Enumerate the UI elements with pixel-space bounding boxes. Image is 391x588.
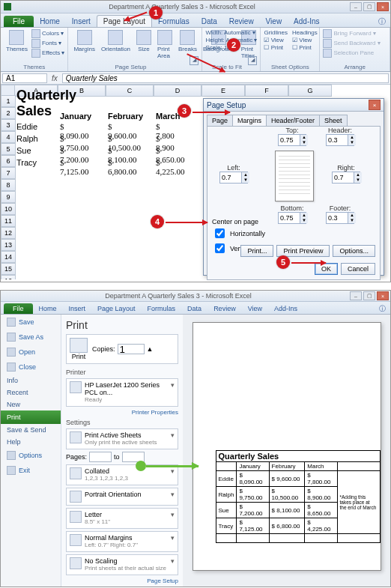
margin-left-spin[interactable]: ▲▼ xyxy=(219,172,248,184)
row-headers[interactable]: 12345678910111213141516 xyxy=(1,95,16,279)
col-header-G[interactable]: G xyxy=(288,85,332,97)
row-header-4[interactable]: 4 xyxy=(1,131,16,143)
margin-bottom-spin[interactable]: ▲▼ xyxy=(278,212,306,224)
maximize-button[interactable]: ▢ xyxy=(363,2,375,11)
opt-print-sheets[interactable]: Print Active SheetsOnly print the active… xyxy=(66,428,178,449)
nav-save-send[interactable]: Save & Send xyxy=(1,424,61,436)
row-header-9[interactable]: 9 xyxy=(1,191,16,203)
nav-new[interactable]: New xyxy=(1,398,61,410)
close-button[interactable]: × xyxy=(377,2,389,11)
headings-view-check[interactable]: ☑ View xyxy=(292,37,318,43)
minimize-button[interactable]: – xyxy=(350,2,362,11)
nav-save[interactable]: Save xyxy=(1,315,61,330)
help-icon[interactable]: ⓘ xyxy=(378,16,386,27)
printer-selector[interactable]: HP LaserJet 1200 Series PCL on...Ready ▾ xyxy=(66,378,178,407)
opt-paper-size[interactable]: Letter8.5" x 11" ▾ xyxy=(66,508,178,529)
nav-help[interactable]: Help xyxy=(1,436,61,448)
margin-header-spin[interactable]: ▲▼ xyxy=(326,134,354,146)
headings-print-check[interactable]: ☐ Print xyxy=(292,44,318,51)
row-header-3[interactable]: 3 xyxy=(1,119,16,131)
dlg-tab-sheet[interactable]: Sheet xyxy=(319,115,348,126)
row-header-7[interactable]: 7 xyxy=(1,167,16,179)
colors-menu[interactable]: Colors ▾ xyxy=(31,29,65,38)
bp-tab-home[interactable]: Home xyxy=(33,303,63,314)
value-cell[interactable]: $ 4,225.00 xyxy=(154,158,187,176)
bp-tab-insert[interactable]: Insert xyxy=(63,303,92,314)
nav-close[interactable]: Close xyxy=(1,360,61,375)
row-header-16[interactable]: 16 xyxy=(1,275,16,279)
value-cell[interactable]: $ 6,800.00 xyxy=(106,158,139,176)
tab-view[interactable]: View xyxy=(260,16,288,27)
bp-minimize[interactable]: – xyxy=(350,291,362,300)
formula-input[interactable]: Quarterly Sales xyxy=(62,73,389,83)
row-header-2[interactable]: 2 xyxy=(1,107,16,119)
copies-spin-up[interactable]: ▲ xyxy=(147,345,154,353)
opt-orientation[interactable]: Portrait Orientation ▾ xyxy=(66,488,178,506)
row-header-13[interactable]: 13 xyxy=(1,239,16,251)
file-tab[interactable]: File xyxy=(4,16,34,27)
opt-margins[interactable]: Normal MarginsLeft: 0.7" Right: 0.7" ▾ xyxy=(66,531,178,552)
opt-collated[interactable]: Collated1,2,3 1,2,3 1,2,3 ▾ xyxy=(66,464,178,485)
name-cell[interactable]: Tracy xyxy=(14,158,39,167)
row-header-8[interactable]: 8 xyxy=(1,179,16,191)
header-cell[interactable]: January xyxy=(58,112,94,121)
tab-review[interactable]: Review xyxy=(223,16,260,27)
col-header-F[interactable]: F xyxy=(245,85,288,97)
fonts-menu[interactable]: Fonts ▾ xyxy=(31,39,65,48)
bp-close[interactable]: × xyxy=(377,291,389,300)
col-header-C[interactable]: C xyxy=(106,85,154,97)
row-header-12[interactable]: 12 xyxy=(1,227,16,239)
bp-tab-view[interactable]: View xyxy=(242,303,268,314)
size-button[interactable]: Size xyxy=(134,29,154,60)
col-header-E[interactable]: E xyxy=(201,85,245,97)
dlg-tab-headerfooter[interactable]: Header/Footer xyxy=(266,115,320,126)
print-button[interactable]: Print xyxy=(70,338,88,360)
nav-open[interactable]: Open xyxy=(1,345,61,360)
dlg-cancel-button[interactable]: Cancel xyxy=(341,263,375,275)
gridlines-print-check[interactable]: ☐ Print xyxy=(264,44,288,51)
opt-scaling[interactable]: No ScalingPrint sheets at their actual s… xyxy=(66,554,178,575)
center-horizontally-check[interactable]: Horizontally xyxy=(212,226,265,240)
name-cell[interactable]: Sue xyxy=(14,146,34,155)
bp-tab-page-layout[interactable]: Page Layout xyxy=(91,303,142,314)
bp-tab-review[interactable]: Review xyxy=(207,303,242,314)
row-header-5[interactable]: 5 xyxy=(1,143,16,155)
print-area-button[interactable]: Print Area xyxy=(155,29,175,60)
dlg-tab-page[interactable]: Page xyxy=(207,115,233,126)
value-cell[interactable]: $ 7,125.00 xyxy=(58,158,91,176)
nav-recent[interactable]: Recent xyxy=(1,387,61,398)
scale-dialog-launcher[interactable]: ◢ xyxy=(248,56,257,65)
tab-data[interactable]: Data xyxy=(196,16,223,27)
dlg-print-button[interactable]: Print... xyxy=(240,245,273,257)
tab-addins[interactable]: Add-Ins xyxy=(288,16,325,27)
margin-top-spin[interactable]: ▲▼ xyxy=(278,134,306,146)
fx-button[interactable]: fx xyxy=(49,74,61,82)
col-header-D[interactable]: D xyxy=(154,85,201,97)
width-field[interactable]: Width: Automatic ▾ xyxy=(205,29,257,36)
bp-tab-addins[interactable]: Add-Ins xyxy=(268,303,303,314)
orientation-button[interactable]: Orientation xyxy=(99,29,133,60)
sheet-title-cell[interactable]: Quarterly Sales xyxy=(14,95,79,112)
tab-insert[interactable]: Insert xyxy=(66,16,97,27)
tab-home[interactable]: Home xyxy=(34,16,66,27)
header-cell[interactable]: February xyxy=(106,112,145,121)
name-cell[interactable]: Eddie xyxy=(14,122,40,131)
dlg-options-button[interactable]: Options... xyxy=(333,245,375,257)
nav-info[interactable]: Info xyxy=(1,375,61,387)
row-header-6[interactable]: 6 xyxy=(1,155,16,167)
nav-save-as[interactable]: Save As xyxy=(1,330,61,345)
row-header-10[interactable]: 10 xyxy=(1,203,16,215)
row-header-1[interactable]: 1 xyxy=(1,95,16,107)
copies-input[interactable] xyxy=(118,344,145,354)
nav-options[interactable]: Options xyxy=(1,448,61,463)
page-setup-link[interactable]: Page Setup xyxy=(66,578,178,584)
nav-print[interactable]: Print xyxy=(1,410,61,424)
nav-exit[interactable]: Exit xyxy=(1,463,61,478)
margin-footer-spin[interactable]: ▲▼ xyxy=(326,212,354,224)
page-from-input[interactable] xyxy=(89,452,112,462)
dialog-close-button[interactable]: × xyxy=(369,100,381,110)
bp-maximize[interactable]: ▢ xyxy=(363,291,375,300)
row-header-14[interactable]: 14 xyxy=(1,251,16,263)
bp-file-tab[interactable]: File xyxy=(4,303,33,314)
margins-button[interactable]: Margins xyxy=(71,29,97,60)
